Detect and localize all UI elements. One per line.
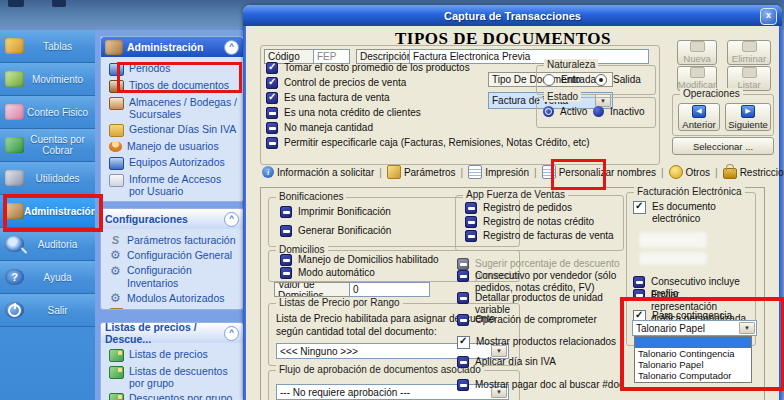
nav-item-listas-de-precios[interactable]: Listas de precios	[103, 346, 241, 363]
checkbox-icon	[633, 289, 645, 301]
checkbox-imprimir-bonificacion[interactable]: Imprimir Bonificación	[280, 206, 391, 218]
sidebar-item-utilidades[interactable]: Utilidades	[0, 162, 95, 195]
nav-item-parametros-facturacion[interactable]: Parámetros facturación	[103, 232, 241, 247]
dropdown-option-talonario-contingencia[interactable]: Talonario Contingencia	[635, 348, 751, 359]
checkbox-no-maneja-cantidad[interactable]: No maneja cantidad	[266, 122, 466, 134]
window-title: Captura de Transacciones	[444, 10, 581, 22]
seleccionar-button[interactable]: Seleccionar ...	[672, 137, 774, 155]
sidebar-item-cuentas-por-cobrar[interactable]: Cuentas por Cobrar	[0, 129, 95, 162]
valor-domicilios-field[interactable]: 0	[349, 282, 430, 297]
checkbox-icon	[457, 379, 469, 391]
chevron-down-icon[interactable]: ▼	[739, 322, 755, 334]
sidebar-item-administracion[interactable]: Administración	[0, 195, 95, 228]
checkbox-generar-bonificacion[interactable]: Generar Bonificación	[280, 225, 391, 237]
user-icon	[109, 141, 122, 152]
valor-domicilios-label: Valor de Domicilios	[274, 282, 351, 297]
checkbox-icon	[457, 258, 469, 270]
checkbox-registro-notas-credito[interactable]: Registro de notas crédito	[465, 216, 594, 228]
nav-item-manejo-usuarios[interactable]: Manejo de usuarios	[103, 139, 241, 154]
checkbox-icon	[457, 356, 469, 368]
radio-icon	[543, 74, 555, 86]
tab-restricciones[interactable]: Restricciones	[718, 162, 784, 182]
checkbox-modo-automatico[interactable]: Modo automático	[280, 267, 375, 279]
checkbox-icon	[266, 92, 278, 104]
nav-item-informe-accesos[interactable]: Informe de Accesos por Usuario	[103, 171, 241, 199]
checkbox-aplicar-dia-sin-iva[interactable]: Aplicar día sin IVA	[457, 356, 625, 368]
nav-item-parametros-iniciales[interactable]: Parametros Iniciales Aplicacion	[103, 306, 241, 310]
tab-otros[interactable]: Otros	[664, 162, 715, 182]
checkbox-icon	[457, 292, 469, 304]
anterior-button[interactable]: ◀Anterior	[678, 103, 720, 131]
box-icon	[5, 203, 24, 219]
radio-entrada[interactable]: Entrada	[543, 74, 596, 86]
nav-item-tipos-de-documentos[interactable]: Tipos de documentos	[103, 77, 241, 94]
radio-inactivo[interactable]: Inactivo	[593, 106, 644, 118]
checkbox-nota-credito[interactable]: Es una nota crédito de clientes	[266, 107, 466, 119]
nav-item-equipos-autorizados[interactable]: Equipos Autorizados	[103, 154, 241, 171]
nav-item-dias-sin-iva[interactable]: Gestionar Días Sin IVA	[103, 122, 241, 139]
dropdown-option-talonario-papel[interactable]: Talonario Papel	[635, 359, 751, 370]
page-icon	[542, 165, 556, 179]
folder-icon	[109, 201, 124, 202]
nav-item-descuentos-grupo-fecha[interactable]: Descuentos por grupo y fecha	[103, 391, 241, 400]
eliminar-button[interactable]: Eliminar	[727, 40, 771, 65]
checkbox-manejo-domicilios[interactable]: Manejo de Domicilios habilitado	[280, 254, 439, 266]
sidebar-item-movimiento[interactable]: Movimiento	[0, 63, 95, 96]
checkbox-icon	[457, 270, 469, 282]
collapse-chevron-icon[interactable]: ^	[224, 212, 239, 227]
checkbox-icon	[280, 225, 292, 237]
checkbox-mostrar-productos-relacionados[interactable]: Mostrar productos relacionados	[457, 336, 625, 349]
checkbox-permitir-caja[interactable]: Permitir especificarle caja (Facturas, R…	[266, 137, 646, 149]
checkbox-icon	[266, 62, 278, 74]
sidebar-item-conteo-fisico[interactable]: Conteo Fisico	[0, 96, 95, 129]
checkbox-registro-pedidos[interactable]: Registro de pedidos	[465, 202, 572, 214]
checkbox-operacion-comprometer[interactable]: Operación de comprometer	[457, 314, 625, 326]
radio-activo[interactable]: Activo	[543, 106, 587, 118]
sidebar-item-ayuda[interactable]: Ayuda	[0, 261, 95, 294]
collapse-chevron-icon[interactable]: ^	[224, 326, 239, 341]
taskbar-fragment	[8, 0, 24, 7]
checkbox-costo-promedio[interactable]: Tomar el costo promedio de los productos	[266, 62, 496, 74]
close-icon[interactable]: x	[760, 8, 777, 25]
checkbox-mostrar-pagar-doc[interactable]: Mostrar pagar doc al buscar #doc	[457, 379, 625, 391]
nav-item-configuracion-inventarios[interactable]: Configuración Inventarios	[103, 263, 241, 291]
nav-item-periodos[interactable]: Periodos	[103, 60, 241, 77]
list-icon	[742, 67, 757, 78]
checkbox-icon	[633, 276, 645, 288]
radio-salida[interactable]: Salida	[595, 74, 641, 86]
contingencia-dropdown-list: Talonario Contingencia Talonario Papel T…	[634, 336, 752, 383]
tab-personalizar-nombres[interactable]: Personalizar nombres	[537, 162, 661, 182]
periods-icon	[109, 63, 124, 76]
sidebar-item-auditoria[interactable]: Auditoria	[0, 228, 95, 261]
checkbox-factura-venta[interactable]: Es una factura de venta	[266, 92, 466, 104]
listas-task-panel: Listas de precios / Descue... ^ Listas d…	[100, 322, 244, 400]
nav-item-personalizar-nombres-tablas[interactable]: Personalizar nombres tablas	[103, 199, 241, 202]
nueva-button[interactable]: Nueva	[677, 40, 717, 65]
tab-parametros[interactable]: Parámetros	[382, 162, 461, 182]
nav-item-almacenes[interactable]: Almacenes / Bodegas / Sucursales	[103, 94, 241, 122]
collapse-chevron-icon[interactable]: ^	[224, 40, 239, 55]
checkbox-consecutivo-vendedor[interactable]: Consecutivo por vendedor (sólo pedidos, …	[457, 270, 622, 294]
price-list-icon	[109, 393, 124, 400]
contingencia-select[interactable]: Talonario Papel▼	[632, 320, 757, 336]
dropdown-option-highlighted[interactable]	[635, 337, 751, 348]
checkbox-es-documento-electronico[interactable]: Es documento electrónico	[633, 201, 748, 225]
checkbox-control-precios[interactable]: Control de precios de venta	[266, 77, 466, 89]
checkbox-icon	[280, 267, 292, 279]
dropdown-option-talonario-computador[interactable]: Talonario Computador	[635, 370, 751, 381]
window-titlebar[interactable]: Captura de Transacciones	[243, 5, 782, 26]
sidebar-item-tablas[interactable]: Tablas	[0, 30, 95, 63]
tab-impresion[interactable]: Impresión	[463, 162, 534, 182]
admin-panel-header[interactable]: Administración ^	[101, 37, 243, 57]
tab-informacion-a-solicitar[interactable]: Información a solicitar	[257, 163, 379, 181]
nav-item-modulos-autorizados[interactable]: Modulos Autorizados	[103, 291, 241, 306]
movement-icon	[5, 71, 24, 87]
checkbox-detallar-productos[interactable]: Detallar productos de unidad variable	[457, 292, 625, 316]
config-panel-header[interactable]: Configuraciones ^	[101, 209, 243, 229]
nav-item-configuracion-general[interactable]: Configuración General	[103, 247, 241, 262]
siguiente-button[interactable]: ▶Siguiente	[725, 103, 771, 131]
checkbox-registro-facturas-venta[interactable]: Registro de facturas de venta	[465, 230, 614, 242]
sidebar-item-salir[interactable]: Salir	[0, 294, 95, 327]
nav-item-listas-descuentos-grupo[interactable]: Listas de descuentos por grupo	[103, 363, 241, 391]
listas-panel-header[interactable]: Listas de precios / Descue... ^	[101, 323, 243, 343]
